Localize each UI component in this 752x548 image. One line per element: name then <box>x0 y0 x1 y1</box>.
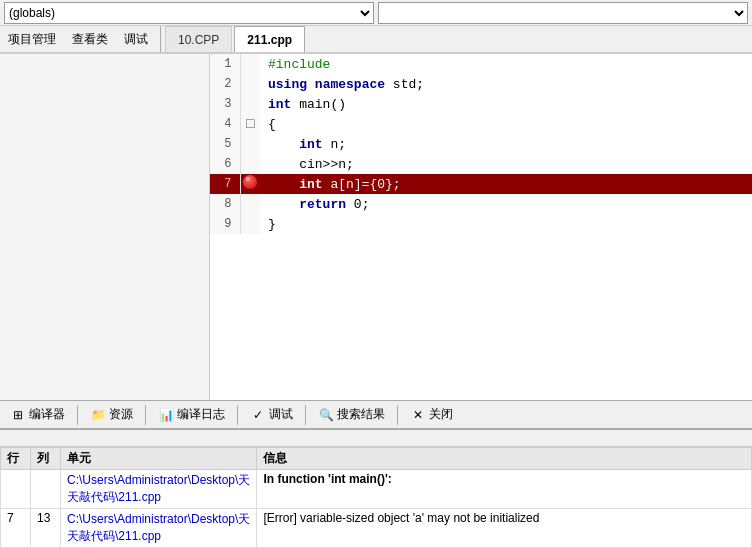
tab-bar: 项目管理 查看类 调试 10.CPP 211.cpp <box>0 26 752 54</box>
file-tab-211cpp[interactable]: 211.cpp <box>234 26 305 52</box>
toolbar-label-debug: 调试 <box>269 406 293 423</box>
tab-view-class[interactable]: 查看类 <box>64 26 116 52</box>
error-table: 行 列 单元 信息 C:\Users\Administrator\Desktop… <box>0 447 752 548</box>
line-number: 4 <box>210 114 240 134</box>
error-row[interactable]: 713C:\Users\Administrator\Desktop\天天敲代码\… <box>1 509 752 548</box>
line-number: 9 <box>210 214 240 234</box>
close-icon: ✕ <box>410 407 426 423</box>
line-gutter <box>240 74 260 94</box>
error-unit: C:\Users\Administrator\Desktop\天天敲代码\211… <box>61 470 257 509</box>
code-line: 9} <box>210 214 752 234</box>
line-gutter <box>240 94 260 114</box>
toolbar-label-search: 搜索结果 <box>337 406 385 423</box>
col-header-col: 列 <box>31 448 61 470</box>
search-icon: 🔍 <box>318 407 334 423</box>
line-gutter <box>240 194 260 214</box>
top-bar: (globals) <box>0 0 752 26</box>
line-code: { <box>260 114 752 134</box>
code-line: 8 return 0; <box>210 194 752 214</box>
error-info: In function 'int main()': <box>257 470 752 509</box>
toolbar-btn-search[interactable]: 🔍 搜索结果 <box>312 404 391 425</box>
bottom-toolbar: ⊞ 编译器 📁 资源 📊 编译日志 ✓ 调试 🔍 搜索结果 ✕ 关闭 <box>0 400 752 428</box>
compiler-icon: ⊞ <box>10 407 26 423</box>
resources-icon: 📁 <box>90 407 106 423</box>
code-line: 6 cin>>n; <box>210 154 752 174</box>
toolbar-btn-resources[interactable]: 📁 资源 <box>84 404 139 425</box>
separator-2 <box>145 405 146 425</box>
code-line: 1#include <box>210 54 752 74</box>
line-gutter <box>240 174 260 194</box>
main-area: 1#include2using namespace std;3int main(… <box>0 54 752 400</box>
line-number: 3 <box>210 94 240 114</box>
col-header-info: 信息 <box>257 448 752 470</box>
tab-project-manager[interactable]: 项目管理 <box>0 26 64 52</box>
error-row-num: 7 <box>1 509 31 548</box>
separator-4 <box>305 405 306 425</box>
line-code: cin>>n; <box>260 154 752 174</box>
toolbar-label-compile-log: 编译日志 <box>177 406 225 423</box>
code-line: 5 int n; <box>210 134 752 154</box>
code-table: 1#include2using namespace std;3int main(… <box>210 54 752 234</box>
toolbar-btn-debug[interactable]: ✓ 调试 <box>244 404 299 425</box>
line-gutter <box>240 214 260 234</box>
error-row[interactable]: C:\Users\Administrator\Desktop\天天敲代码\211… <box>1 470 752 509</box>
error-row-num <box>1 470 31 509</box>
error-table-header-row: 行 列 单元 信息 <box>1 448 752 470</box>
toolbar-label-close: 关闭 <box>429 406 453 423</box>
code-line: 2using namespace std; <box>210 74 752 94</box>
error-unit: C:\Users\Administrator\Desktop\天天敲代码\211… <box>61 509 257 548</box>
code-panel[interactable]: 1#include2using namespace std;3int main(… <box>210 54 752 400</box>
tab-debug[interactable]: 调试 <box>116 26 156 52</box>
right-dropdown[interactable] <box>378 2 748 24</box>
code-line: 7 int a[n]={0}; <box>210 174 752 194</box>
col-header-unit: 单元 <box>61 448 257 470</box>
line-number: 5 <box>210 134 240 154</box>
line-gutter: □ <box>240 114 260 134</box>
line-number: 1 <box>210 54 240 74</box>
compile-log-icon: 📊 <box>158 407 174 423</box>
toolbar-label-resources: 资源 <box>109 406 133 423</box>
line-code: } <box>260 214 752 234</box>
toolbar-label-compiler: 编译器 <box>29 406 65 423</box>
line-code: int a[n]={0}; <box>260 174 752 194</box>
error-panel-header <box>0 430 752 447</box>
toolbar-btn-compiler[interactable]: ⊞ 编译器 <box>4 404 71 425</box>
debug-icon: ✓ <box>250 407 266 423</box>
line-gutter <box>240 154 260 174</box>
code-line: 4□{ <box>210 114 752 134</box>
line-code: int main() <box>260 94 752 114</box>
line-gutter <box>240 134 260 154</box>
code-line: 3int main() <box>210 94 752 114</box>
col-header-row: 行 <box>1 448 31 470</box>
file-tab-10cpp[interactable]: 10.CPP <box>165 26 232 52</box>
left-dropdown[interactable]: (globals) <box>4 2 374 24</box>
toolbar-btn-close[interactable]: ✕ 关闭 <box>404 404 459 425</box>
line-number: 2 <box>210 74 240 94</box>
line-number: 7 <box>210 174 240 194</box>
line-code: return 0; <box>260 194 752 214</box>
line-code: using namespace std; <box>260 74 752 94</box>
line-number: 8 <box>210 194 240 214</box>
file-tabs: 10.CPP 211.cpp <box>161 26 307 52</box>
line-code: int n; <box>260 134 752 154</box>
toolbar-btn-compile-log[interactable]: 📊 编译日志 <box>152 404 231 425</box>
separator-1 <box>77 405 78 425</box>
sidebar <box>0 54 210 400</box>
nav-tabs: 项目管理 查看类 调试 <box>0 26 161 52</box>
breakpoint-icon <box>243 175 257 189</box>
error-panel: 行 列 单元 信息 C:\Users\Administrator\Desktop… <box>0 428 752 548</box>
error-col-num <box>31 470 61 509</box>
separator-3 <box>237 405 238 425</box>
error-info: [Error] variable-sized object 'a' may no… <box>257 509 752 548</box>
error-col-num: 13 <box>31 509 61 548</box>
line-code: #include <box>260 54 752 74</box>
line-number: 6 <box>210 154 240 174</box>
line-gutter <box>240 54 260 74</box>
separator-5 <box>397 405 398 425</box>
